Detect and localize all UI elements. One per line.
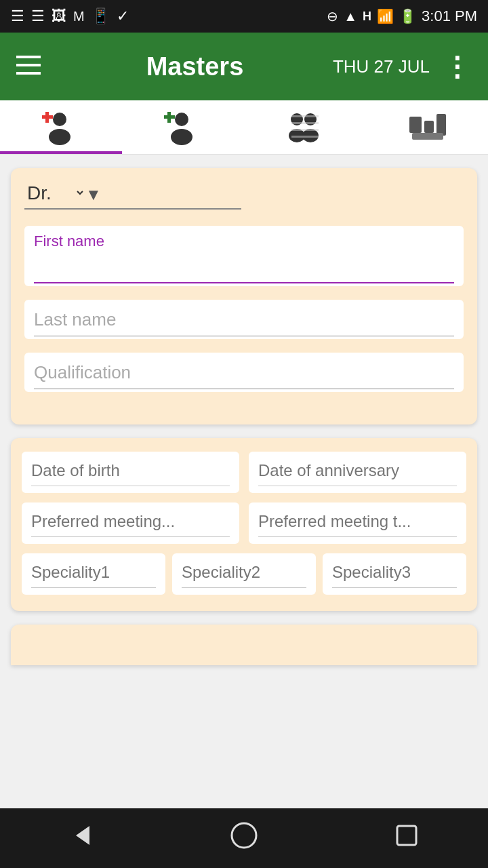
svg-point-24 bbox=[232, 823, 256, 848]
name-form-card: Dr. Mr. Mrs. Ms. Prof. ▼ First name bbox=[11, 168, 477, 425]
svg-rect-16 bbox=[291, 122, 319, 124]
tab-add-patient[interactable] bbox=[0, 100, 122, 154]
preferred-meeting-row bbox=[22, 502, 466, 544]
speciality1-field[interactable] bbox=[22, 553, 165, 595]
first-name-input[interactable] bbox=[34, 253, 454, 283]
date-of-birth-input[interactable] bbox=[31, 461, 230, 486]
svg-marker-23 bbox=[76, 826, 89, 845]
main-content: Dr. Mr. Mrs. Ms. Prof. ▼ First name bbox=[0, 155, 488, 808]
icon-wifi: ▲ bbox=[344, 9, 357, 24]
svg-rect-21 bbox=[436, 114, 446, 136]
icon-battery: 🔋 bbox=[399, 8, 416, 24]
speciality1-input[interactable] bbox=[31, 563, 156, 588]
toolbar-date: THU 27 JUL bbox=[333, 56, 430, 77]
speciality2-field[interactable] bbox=[172, 553, 316, 595]
first-name-label: First name bbox=[34, 233, 454, 250]
svg-point-8 bbox=[171, 129, 192, 145]
data-fields-card bbox=[11, 438, 477, 611]
svg-rect-18 bbox=[291, 136, 319, 138]
icon-check: ✓ bbox=[117, 7, 129, 25]
icon-signal2: ☰ bbox=[31, 7, 45, 25]
salutation-row: Dr. Mr. Mrs. Ms. Prof. ▼ bbox=[24, 182, 241, 210]
icon-gmail: M bbox=[73, 9, 85, 24]
speciality3-input[interactable] bbox=[332, 563, 457, 588]
date-row bbox=[22, 452, 466, 493]
bottom-nav bbox=[0, 808, 488, 868]
speciality3-field[interactable] bbox=[323, 553, 466, 595]
chevron-down-icon: ▼ bbox=[85, 185, 102, 204]
last-name-container bbox=[24, 300, 464, 339]
svg-rect-10 bbox=[167, 112, 171, 123]
qualification-container bbox=[24, 353, 464, 392]
qualification-input[interactable] bbox=[34, 359, 454, 389]
svg-rect-15 bbox=[291, 115, 319, 117]
tab-add-doctor[interactable] bbox=[122, 100, 244, 154]
svg-rect-6 bbox=[45, 112, 49, 123]
preferred-meeting2-input[interactable] bbox=[258, 512, 457, 537]
svg-rect-22 bbox=[412, 133, 443, 140]
page-title: Masters bbox=[57, 52, 333, 81]
preferred-meeting1-input[interactable] bbox=[31, 512, 230, 537]
tab-supply[interactable] bbox=[366, 100, 488, 154]
more-options-icon[interactable]: ⋮ bbox=[443, 51, 472, 82]
recent-apps-button[interactable] bbox=[392, 821, 422, 856]
tab-bar bbox=[0, 100, 488, 155]
icon-signal1: ☰ bbox=[11, 7, 24, 25]
svg-point-7 bbox=[175, 113, 188, 126]
svg-rect-1 bbox=[16, 64, 41, 66]
partial-card bbox=[11, 625, 477, 665]
preferred-meeting2-field[interactable] bbox=[249, 502, 466, 544]
status-right-icons: ⊖ ▲ H 📶 🔋 3:01 PM bbox=[327, 7, 477, 25]
svg-rect-2 bbox=[16, 72, 41, 75]
status-left-icons: ☰ ☰ 🖼 M 📱 ✓ bbox=[11, 7, 129, 25]
icon-minus: ⊖ bbox=[327, 8, 338, 24]
svg-rect-20 bbox=[424, 121, 434, 133]
tab-list[interactable] bbox=[244, 100, 366, 154]
last-name-input[interactable] bbox=[34, 307, 454, 336]
toolbar: Masters THU 27 JUL ⋮ bbox=[0, 33, 488, 100]
salutation-select[interactable]: Dr. Mr. Mrs. Ms. Prof. bbox=[24, 182, 85, 204]
svg-rect-0 bbox=[16, 56, 41, 58]
date-of-birth-field[interactable] bbox=[22, 452, 239, 493]
back-button[interactable] bbox=[66, 821, 96, 856]
svg-point-4 bbox=[49, 129, 70, 145]
svg-rect-17 bbox=[291, 129, 319, 131]
icon-android: 📱 bbox=[92, 7, 110, 25]
icon-h: H bbox=[363, 9, 371, 24]
icon-photo: 🖼 bbox=[52, 7, 66, 25]
date-of-anniversary-input[interactable] bbox=[258, 461, 457, 486]
svg-point-3 bbox=[53, 113, 66, 126]
status-time: 3:01 PM bbox=[422, 7, 477, 25]
svg-rect-25 bbox=[397, 826, 416, 845]
home-button[interactable] bbox=[229, 821, 259, 856]
speciality-row bbox=[22, 553, 466, 595]
icon-signal: 📶 bbox=[377, 8, 394, 24]
status-bar: ☰ ☰ 🖼 M 📱 ✓ ⊖ ▲ H 📶 🔋 3:01 PM bbox=[0, 0, 488, 33]
menu-icon[interactable] bbox=[16, 52, 41, 81]
svg-rect-19 bbox=[409, 117, 422, 133]
date-of-anniversary-field[interactable] bbox=[249, 452, 466, 493]
first-name-container: First name bbox=[24, 226, 464, 286]
speciality2-input[interactable] bbox=[182, 563, 306, 588]
preferred-meeting1-field[interactable] bbox=[22, 502, 239, 544]
